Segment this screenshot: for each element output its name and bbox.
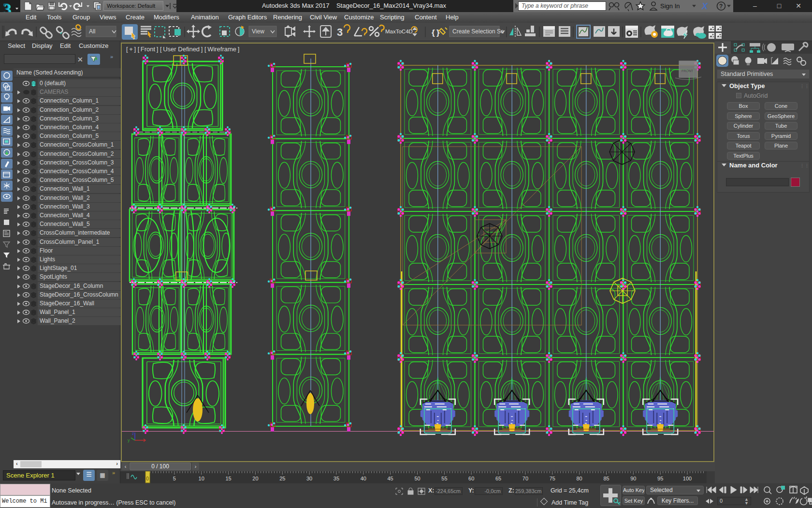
svg-text:All: All (89, 28, 95, 35)
svg-text:50: 50 (414, 476, 420, 481)
svg-text:Create Selection Se: Create Selection Se (452, 28, 504, 35)
svg-text:5: 5 (173, 476, 176, 481)
svg-text:Sign In: Sign In (660, 2, 680, 10)
svg-text:{ }: { } (432, 28, 440, 37)
svg-text:X: X (701, 1, 708, 11)
svg-text:20: 20 (252, 476, 258, 481)
svg-text:30: 30 (306, 476, 312, 481)
svg-text:25: 25 (279, 476, 285, 481)
svg-text:View: View (252, 28, 264, 35)
svg-text:?: ? (719, 3, 723, 10)
svg-text:z: z (132, 431, 134, 436)
svg-text:10: 10 (199, 476, 204, 481)
svg-text:55: 55 (441, 476, 447, 481)
svg-text:65: 65 (495, 476, 501, 481)
svg-text:85: 85 (603, 476, 609, 481)
svg-text:75: 75 (550, 476, 555, 481)
svg-text:35: 35 (334, 476, 339, 481)
svg-text:0: 0 (146, 476, 149, 481)
svg-text:15: 15 (225, 476, 231, 481)
svg-text:MaxToC4D: MaxToC4D (385, 29, 413, 34)
svg-text:45: 45 (387, 476, 393, 481)
svg-text:FRONT: FRONT (682, 69, 694, 73)
svg-text:95: 95 (657, 476, 663, 481)
svg-text:60: 60 (468, 476, 474, 481)
svg-text:80: 80 (576, 476, 582, 481)
svg-text:100: 100 (683, 476, 692, 481)
svg-text:3: 3 (337, 26, 343, 38)
svg-text:y: y (128, 438, 130, 443)
svg-text:40: 40 (361, 476, 366, 481)
svg-text:90: 90 (630, 476, 636, 481)
svg-text:70: 70 (522, 476, 528, 481)
